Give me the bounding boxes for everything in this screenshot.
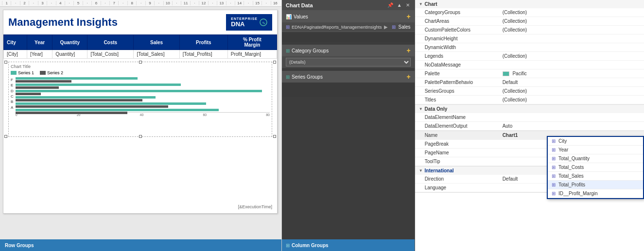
dataset-row: ⊞ EDNAPaginatedReports_ManagementInsight… <box>282 22 415 32</box>
cell-year: [Year] <box>27 50 52 59</box>
field-item-id-profit-margin[interactable]: ⊞ ID__Profit_Margin <box>548 189 643 198</box>
arrow-up-icon[interactable]: ▲ <box>396 2 403 8</box>
table-icon: ⊞ <box>392 24 396 30</box>
bar-f <box>16 77 270 83</box>
handle-tm[interactable] <box>139 61 142 64</box>
row-groups-label: Row Groups <box>5 243 34 248</box>
logo-box: ENTERPRISE DNA ∿ <box>226 14 272 31</box>
field-item-total-costs[interactable]: ⊞ Total_Costs <box>548 163 643 172</box>
chart-section-header[interactable]: ▼ Chart <box>415 0 644 8</box>
dataset-icon: ⊞ <box>286 24 290 30</box>
bar-label-c: C <box>11 94 14 99</box>
bar-label-a: A <box>11 105 14 110</box>
report-footer: [&ExecutionTime] <box>238 204 272 209</box>
properties-panel: ▼ Chart CategoryGroups (Collection) Char… <box>415 0 644 251</box>
chart-title: Chart Title <box>11 64 270 69</box>
total-sales-field-icon: ⊞ <box>552 173 556 179</box>
year-field-icon: ⊞ <box>552 147 556 152</box>
series-icon: ⊞ <box>286 74 290 80</box>
prop-series-groups: SeriesGroups (Collection) <box>415 87 644 96</box>
cell-quantity: Quantity] <box>52 50 87 59</box>
column-groups-icon: ⊞ <box>286 243 290 248</box>
field-item-year[interactable]: ⊞ Year <box>548 146 643 154</box>
legend-color-series1 <box>11 71 17 75</box>
prop-data-element-output: DataElementOutput Auto <box>415 122 644 131</box>
properties-content: ▼ Chart CategoryGroups (Collection) Char… <box>415 0 644 251</box>
values-section: 📊 Values + ⊞ EDNAPaginatedReports_Manage… <box>282 11 415 42</box>
col-header-quantity: Quantity <box>52 35 87 50</box>
category-groups-title-row: ⊞ Category Groups <box>286 48 329 53</box>
prop-dynamic-height: DynamicHeight <box>415 34 644 43</box>
total-quantity-field-icon: ⊞ <box>552 156 556 161</box>
bar-label-b: B <box>11 100 14 104</box>
report-header: Management Insights ENTERPRISE DNA ∿ <box>3 10 277 34</box>
chart-icon: 📊 <box>286 14 292 19</box>
legend-label-series1: Series 1 <box>18 70 34 75</box>
series-groups-add-button[interactable]: + <box>406 73 410 81</box>
bar-c <box>16 96 270 101</box>
logo-text: ENTERPRISE DNA <box>231 17 258 28</box>
international-title: International <box>425 168 454 173</box>
field-item-total-quantity[interactable]: ⊞ Total_Quantity <box>548 154 643 163</box>
cell-city: [City] <box>4 50 27 59</box>
field-item-total-profits[interactable]: ⊞ Total_Profits <box>548 181 643 189</box>
data-only-chevron-icon: ▼ <box>419 107 423 111</box>
col-header-sales: Sales <box>134 35 179 50</box>
category-groups-label: Category Groups <box>292 48 329 53</box>
cell-sales: [Total_Sales] <box>134 50 179 59</box>
values-field-area[interactable] <box>282 32 415 42</box>
prop-dynamic-width: DynamicWidth <box>415 43 644 52</box>
category-icon: ⊞ <box>286 48 290 53</box>
bar-e <box>16 84 270 89</box>
bar-label-f: F <box>11 78 14 82</box>
handle-bm[interactable] <box>139 135 142 138</box>
legend-color-series2 <box>40 71 46 75</box>
data-only-header[interactable]: ▼ Data Only <box>415 105 644 113</box>
report-canvas: 1 · 2 · 3 · 4 · 5 · 6 · 7 · 8 · 9 · 10 · <box>0 0 282 251</box>
total-costs-field-icon: ⊞ <box>552 165 556 170</box>
values-add-button[interactable]: + <box>406 13 410 20</box>
field-list-dropdown: ⊞ City ⊞ Year ⊞ Total_Quantity ⊞ Total_C… <box>547 136 644 199</box>
city-field-icon: ⊞ <box>552 138 556 144</box>
palette-swatch <box>503 71 509 76</box>
close-icon[interactable]: ✕ <box>405 2 411 8</box>
values-label: Values <box>294 14 308 19</box>
cell-costs: [Total_Costs] <box>87 50 134 59</box>
column-groups-bar: ⊞ Column Groups <box>282 239 415 251</box>
category-groups-header: ⊞ Category Groups + <box>282 45 415 56</box>
series-area[interactable] <box>282 83 415 97</box>
col-header-costs: Costs <box>87 35 134 50</box>
col-header-year: Year <box>27 35 52 50</box>
category-groups-add-button[interactable]: + <box>406 47 410 54</box>
handle-bl[interactable] <box>4 135 7 138</box>
chart-area[interactable]: Chart Title Series 1 Series 2 <box>8 62 272 137</box>
report-title: Management Insights <box>8 16 118 29</box>
handle-tl[interactable] <box>4 61 7 64</box>
right-area: ▼ Chart CategoryGroups (Collection) Char… <box>415 0 644 251</box>
chart-container[interactable]: Chart Title Series 1 Series 2 <box>5 62 275 137</box>
col-header-profit-margin: % ProfitMargin <box>227 35 277 50</box>
col-header-city: City <box>4 35 27 50</box>
execution-time: [&ExecutionTime] <box>238 204 272 209</box>
category-select[interactable]: (Details) <box>286 58 411 67</box>
header-icons: 📌 ▲ ✕ <box>386 2 411 8</box>
bar-b <box>16 102 270 108</box>
pin-icon[interactable]: 📌 <box>386 2 394 8</box>
col-header-profits: Profits <box>179 35 227 50</box>
prop-custom-palette: CustomPaletteColors (Collection) <box>415 26 644 34</box>
dna-icon: ∿ <box>260 18 267 26</box>
field-item-city[interactable]: ⊞ City <box>548 137 643 146</box>
values-header: 📊 Values + <box>282 11 415 22</box>
chart-props-section: ▼ Chart CategoryGroups (Collection) Char… <box>415 0 644 105</box>
prop-no-data-message: NoDataMessage <box>415 61 644 69</box>
id-profit-margin-field-icon: ⊞ <box>552 191 556 196</box>
handle-tr[interactable] <box>273 61 276 64</box>
prop-data-element-name: DataElementName <box>415 113 644 122</box>
dataset-name: EDNAPaginatedReports_ManagementInsights <box>292 25 382 30</box>
field-item-total-sales[interactable]: ⊞ Total_Sales <box>548 172 643 181</box>
handle-br[interactable] <box>273 135 276 138</box>
series-groups-section: ⊞ Series Groups + <box>282 71 415 97</box>
legend-label-series2: Series 2 <box>47 70 63 75</box>
bar-label-e: E <box>11 83 14 87</box>
bar-chart: F E D C B A <box>11 77 270 116</box>
